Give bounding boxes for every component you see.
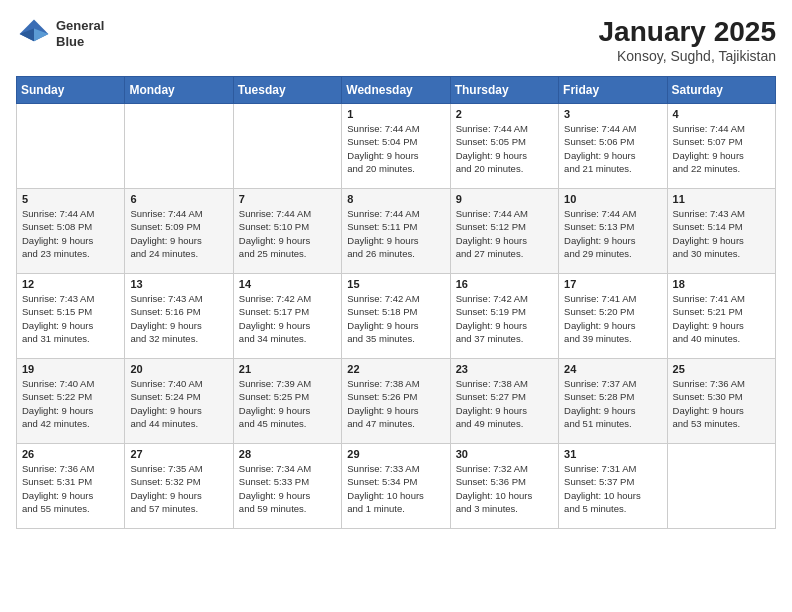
calendar-cell	[233, 104, 341, 189]
day-number: 2	[456, 108, 553, 120]
day-number: 28	[239, 448, 336, 460]
day-number: 4	[673, 108, 770, 120]
day-info: Sunrise: 7:36 AM Sunset: 5:30 PM Dayligh…	[673, 377, 770, 430]
day-number: 3	[564, 108, 661, 120]
day-number: 19	[22, 363, 119, 375]
day-info: Sunrise: 7:33 AM Sunset: 5:34 PM Dayligh…	[347, 462, 444, 515]
day-info: Sunrise: 7:43 AM Sunset: 5:14 PM Dayligh…	[673, 207, 770, 260]
calendar-week-5: 26Sunrise: 7:36 AM Sunset: 5:31 PM Dayli…	[17, 444, 776, 529]
day-number: 25	[673, 363, 770, 375]
col-header-monday: Monday	[125, 77, 233, 104]
day-number: 20	[130, 363, 227, 375]
day-info: Sunrise: 7:40 AM Sunset: 5:22 PM Dayligh…	[22, 377, 119, 430]
day-number: 26	[22, 448, 119, 460]
day-number: 31	[564, 448, 661, 460]
day-info: Sunrise: 7:44 AM Sunset: 5:13 PM Dayligh…	[564, 207, 661, 260]
day-number: 22	[347, 363, 444, 375]
day-info: Sunrise: 7:44 AM Sunset: 5:08 PM Dayligh…	[22, 207, 119, 260]
calendar-cell: 9Sunrise: 7:44 AM Sunset: 5:12 PM Daylig…	[450, 189, 558, 274]
calendar-cell: 25Sunrise: 7:36 AM Sunset: 5:30 PM Dayli…	[667, 359, 775, 444]
calendar-cell: 5Sunrise: 7:44 AM Sunset: 5:08 PM Daylig…	[17, 189, 125, 274]
calendar-cell: 20Sunrise: 7:40 AM Sunset: 5:24 PM Dayli…	[125, 359, 233, 444]
day-info: Sunrise: 7:43 AM Sunset: 5:15 PM Dayligh…	[22, 292, 119, 345]
logo-icon	[16, 16, 52, 52]
day-info: Sunrise: 7:35 AM Sunset: 5:32 PM Dayligh…	[130, 462, 227, 515]
col-header-wednesday: Wednesday	[342, 77, 450, 104]
calendar-cell: 7Sunrise: 7:44 AM Sunset: 5:10 PM Daylig…	[233, 189, 341, 274]
calendar-cell: 11Sunrise: 7:43 AM Sunset: 5:14 PM Dayli…	[667, 189, 775, 274]
calendar-title: January 2025	[599, 16, 776, 48]
title-block: January 2025 Konsoy, Sughd, Tajikistan	[599, 16, 776, 64]
day-info: Sunrise: 7:39 AM Sunset: 5:25 PM Dayligh…	[239, 377, 336, 430]
day-info: Sunrise: 7:41 AM Sunset: 5:21 PM Dayligh…	[673, 292, 770, 345]
calendar-cell: 17Sunrise: 7:41 AM Sunset: 5:20 PM Dayli…	[559, 274, 667, 359]
day-info: Sunrise: 7:43 AM Sunset: 5:16 PM Dayligh…	[130, 292, 227, 345]
calendar-table: SundayMondayTuesdayWednesdayThursdayFrid…	[16, 76, 776, 529]
calendar-cell: 26Sunrise: 7:36 AM Sunset: 5:31 PM Dayli…	[17, 444, 125, 529]
calendar-cell: 18Sunrise: 7:41 AM Sunset: 5:21 PM Dayli…	[667, 274, 775, 359]
day-number: 17	[564, 278, 661, 290]
day-number: 23	[456, 363, 553, 375]
day-info: Sunrise: 7:44 AM Sunset: 5:04 PM Dayligh…	[347, 122, 444, 175]
calendar-cell	[125, 104, 233, 189]
day-number: 13	[130, 278, 227, 290]
calendar-cell: 30Sunrise: 7:32 AM Sunset: 5:36 PM Dayli…	[450, 444, 558, 529]
calendar-cell: 15Sunrise: 7:42 AM Sunset: 5:18 PM Dayli…	[342, 274, 450, 359]
calendar-cell: 14Sunrise: 7:42 AM Sunset: 5:17 PM Dayli…	[233, 274, 341, 359]
day-number: 7	[239, 193, 336, 205]
day-number: 24	[564, 363, 661, 375]
calendar-cell: 1Sunrise: 7:44 AM Sunset: 5:04 PM Daylig…	[342, 104, 450, 189]
calendar-cell: 31Sunrise: 7:31 AM Sunset: 5:37 PM Dayli…	[559, 444, 667, 529]
logo-text: General Blue	[56, 18, 104, 49]
day-number: 9	[456, 193, 553, 205]
day-number: 30	[456, 448, 553, 460]
day-info: Sunrise: 7:36 AM Sunset: 5:31 PM Dayligh…	[22, 462, 119, 515]
page-header: General Blue January 2025 Konsoy, Sughd,…	[16, 16, 776, 64]
day-info: Sunrise: 7:42 AM Sunset: 5:17 PM Dayligh…	[239, 292, 336, 345]
day-number: 29	[347, 448, 444, 460]
day-number: 15	[347, 278, 444, 290]
calendar-week-3: 12Sunrise: 7:43 AM Sunset: 5:15 PM Dayli…	[17, 274, 776, 359]
day-info: Sunrise: 7:32 AM Sunset: 5:36 PM Dayligh…	[456, 462, 553, 515]
calendar-cell: 16Sunrise: 7:42 AM Sunset: 5:19 PM Dayli…	[450, 274, 558, 359]
calendar-cell: 27Sunrise: 7:35 AM Sunset: 5:32 PM Dayli…	[125, 444, 233, 529]
day-number: 14	[239, 278, 336, 290]
day-info: Sunrise: 7:31 AM Sunset: 5:37 PM Dayligh…	[564, 462, 661, 515]
day-number: 16	[456, 278, 553, 290]
day-number: 10	[564, 193, 661, 205]
logo-line1: General	[56, 18, 104, 34]
day-info: Sunrise: 7:38 AM Sunset: 5:27 PM Dayligh…	[456, 377, 553, 430]
calendar-week-1: 1Sunrise: 7:44 AM Sunset: 5:04 PM Daylig…	[17, 104, 776, 189]
day-info: Sunrise: 7:42 AM Sunset: 5:18 PM Dayligh…	[347, 292, 444, 345]
day-info: Sunrise: 7:44 AM Sunset: 5:09 PM Dayligh…	[130, 207, 227, 260]
col-header-thursday: Thursday	[450, 77, 558, 104]
day-number: 1	[347, 108, 444, 120]
calendar-subtitle: Konsoy, Sughd, Tajikistan	[599, 48, 776, 64]
day-info: Sunrise: 7:44 AM Sunset: 5:06 PM Dayligh…	[564, 122, 661, 175]
logo-line2: Blue	[56, 34, 104, 50]
day-info: Sunrise: 7:44 AM Sunset: 5:05 PM Dayligh…	[456, 122, 553, 175]
day-number: 12	[22, 278, 119, 290]
calendar-cell: 3Sunrise: 7:44 AM Sunset: 5:06 PM Daylig…	[559, 104, 667, 189]
calendar-cell: 10Sunrise: 7:44 AM Sunset: 5:13 PM Dayli…	[559, 189, 667, 274]
day-number: 18	[673, 278, 770, 290]
day-number: 6	[130, 193, 227, 205]
calendar-cell: 21Sunrise: 7:39 AM Sunset: 5:25 PM Dayli…	[233, 359, 341, 444]
day-number: 11	[673, 193, 770, 205]
calendar-week-2: 5Sunrise: 7:44 AM Sunset: 5:08 PM Daylig…	[17, 189, 776, 274]
col-header-saturday: Saturday	[667, 77, 775, 104]
day-number: 21	[239, 363, 336, 375]
calendar-header-row: SundayMondayTuesdayWednesdayThursdayFrid…	[17, 77, 776, 104]
day-info: Sunrise: 7:44 AM Sunset: 5:10 PM Dayligh…	[239, 207, 336, 260]
day-info: Sunrise: 7:41 AM Sunset: 5:20 PM Dayligh…	[564, 292, 661, 345]
calendar-cell: 13Sunrise: 7:43 AM Sunset: 5:16 PM Dayli…	[125, 274, 233, 359]
day-info: Sunrise: 7:37 AM Sunset: 5:28 PM Dayligh…	[564, 377, 661, 430]
day-info: Sunrise: 7:44 AM Sunset: 5:11 PM Dayligh…	[347, 207, 444, 260]
col-header-friday: Friday	[559, 77, 667, 104]
calendar-cell: 29Sunrise: 7:33 AM Sunset: 5:34 PM Dayli…	[342, 444, 450, 529]
calendar-cell: 22Sunrise: 7:38 AM Sunset: 5:26 PM Dayli…	[342, 359, 450, 444]
col-header-tuesday: Tuesday	[233, 77, 341, 104]
day-info: Sunrise: 7:34 AM Sunset: 5:33 PM Dayligh…	[239, 462, 336, 515]
calendar-cell	[667, 444, 775, 529]
calendar-cell: 12Sunrise: 7:43 AM Sunset: 5:15 PM Dayli…	[17, 274, 125, 359]
